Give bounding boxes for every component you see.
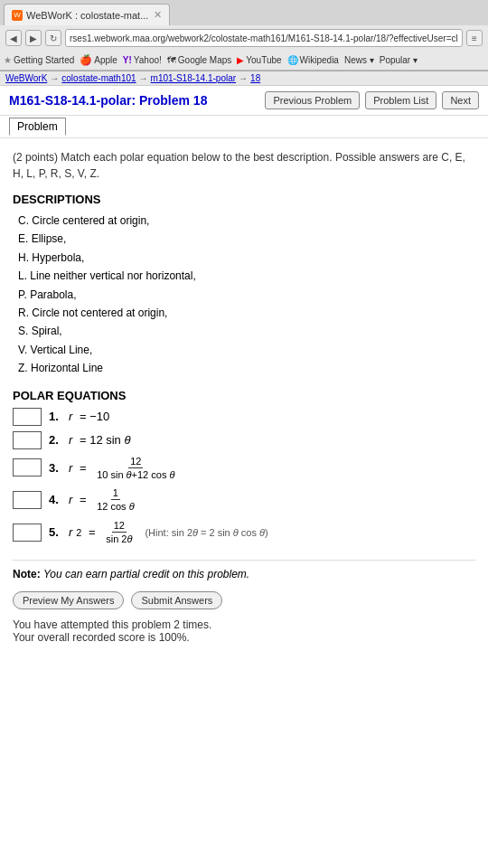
- bookmark-label: Google Maps: [178, 55, 231, 65]
- eq-content-4: r = 1 12 cos θ: [69, 486, 138, 514]
- bookmark-apple[interactable]: 🍎 Apple: [80, 54, 117, 66]
- description-list: C. Circle centered at origin, E. Ellipse…: [18, 212, 475, 378]
- problem-list-button[interactable]: Problem List: [365, 91, 436, 109]
- equation-row-5: 5. r2 = 12 sin 2θ (Hint: sin 2θ = 2 sin …: [13, 519, 475, 546]
- page-content: WeBWorK → colostate-math101 → m101-S18-1…: [0, 71, 488, 868]
- eq-number-3: 3.: [49, 461, 61, 475]
- browser-tab[interactable]: W WeBWorK : colostate-mat... ✕: [4, 4, 170, 25]
- bookmark-label: Yahoo!: [134, 55, 162, 65]
- breadcrumb-course[interactable]: colostate-math101: [61, 73, 136, 83]
- bookmark-youtube[interactable]: ▶ YouTube: [237, 55, 281, 65]
- attempt-text: You have attempted this problem 2 times.: [13, 618, 475, 631]
- bookmark-label: Wikipedia: [300, 55, 339, 65]
- browser-chrome: W WeBWorK : colostate-mat... ✕ ◀ ▶ ↻ rse…: [0, 0, 488, 71]
- answer-input-1[interactable]: [13, 408, 42, 426]
- list-item: P. Parabola,: [18, 286, 475, 304]
- hint-text-5: (Hint: sin 2θ = 2 sin θ cos θ): [145, 527, 267, 538]
- bookmark-yahoo[interactable]: Y! Yahoo!: [123, 55, 162, 65]
- list-item: Z. Horizontal Line: [18, 359, 475, 377]
- eq-content-3: r = 12 10 sin θ+12 cos θ: [69, 455, 178, 482]
- list-item: H. Hyperbola,: [18, 249, 475, 267]
- problem-points-text: (2 points) Match each polar equation bel…: [13, 149, 475, 182]
- list-item: R. Circle not centered at origin,: [18, 304, 475, 322]
- tab-row: Problem: [0, 116, 488, 138]
- polar-label: POLAR EQUATIONS: [13, 389, 475, 402]
- answer-input-4[interactable]: [13, 491, 42, 509]
- page-header: M161-S18-14.1-polar: Problem 18 Previous…: [0, 86, 488, 116]
- list-item: S. Spiral,: [18, 322, 475, 340]
- breadcrumb-bar: WeBWorK → colostate-math101 → m101-S18-1…: [0, 71, 488, 86]
- polar-equations: POLAR EQUATIONS 1. r = −10 2. r = 12 sin…: [13, 389, 475, 546]
- note-text: You can earn partial credit on this prob…: [43, 568, 249, 580]
- submit-button[interactable]: Submit Answers: [131, 591, 222, 609]
- bookmark-wikipedia[interactable]: 🌐 Wikipedia: [287, 55, 339, 65]
- preview-button[interactable]: Preview My Answers: [13, 591, 124, 609]
- answer-input-2[interactable]: [13, 431, 42, 449]
- equation-row-1: 1. r = −10: [13, 408, 475, 426]
- note-section: Note: You can earn partial credit on thi…: [13, 560, 475, 580]
- list-item: V. Vertical Line,: [18, 341, 475, 359]
- bookmark-popular[interactable]: Popular ▾: [380, 55, 418, 65]
- address-bar[interactable]: rses1.webwork.maa.org/webwork2/colostate…: [65, 29, 463, 47]
- problem-tab[interactable]: Problem: [9, 118, 66, 136]
- attempt-info: You have attempted this problem 2 times.…: [13, 618, 475, 644]
- fraction-3: 12 10 sin θ+12 cos θ: [95, 455, 176, 482]
- fraction-4: 1 12 cos θ: [95, 486, 136, 514]
- list-item: L. Line neither vertical nor horizontal,: [18, 267, 475, 285]
- list-item: C. Circle centered at origin,: [18, 212, 475, 230]
- bookmark-news[interactable]: News ▾: [344, 55, 374, 65]
- bookmarks-bar: ★ Getting Started 🍎 Apple Y! Yahoo! 🗺 Go…: [0, 51, 488, 71]
- address-bar-row: ◀ ▶ ↻ rses1.webwork.maa.org/webwork2/col…: [0, 25, 488, 51]
- bookmark-label: News ▾: [344, 55, 374, 65]
- problem-title: M161-S18-14.1-polar: Problem 18: [9, 93, 259, 108]
- tab-bar: W WeBWorK : colostate-mat... ✕: [0, 0, 488, 25]
- eq-content-1: r = −10: [69, 410, 109, 423]
- descriptions-label: DESCRIPTIONS: [13, 193, 475, 206]
- bookmark-label: Apple: [94, 55, 117, 65]
- equation-row-3: 3. r = 12 10 sin θ+12 cos θ: [13, 455, 475, 482]
- forward-button[interactable]: ▶: [25, 30, 42, 46]
- problem-body: (2 points) Match each polar equation bel…: [0, 138, 488, 655]
- eq-number-2: 2.: [49, 433, 61, 447]
- eq-number-1: 1.: [49, 410, 61, 423]
- answer-input-5[interactable]: [13, 524, 42, 542]
- tab-label: WeBWorK : colostate-mat...: [26, 10, 148, 21]
- note-label: Note:: [13, 568, 41, 580]
- bookmark-getting-started[interactable]: ★ Getting Started: [4, 55, 74, 65]
- breadcrumb-section[interactable]: m101-S18-14.1-polar: [151, 73, 237, 83]
- bookmark-label: Popular ▾: [380, 55, 418, 65]
- bookmark-label: Getting Started: [14, 55, 74, 65]
- fraction-5: 12 sin 2θ: [104, 519, 134, 546]
- eq-number-5: 5.: [49, 525, 61, 539]
- answer-input-3[interactable]: [13, 458, 42, 476]
- eq-content-2: r = 12 sin θ: [69, 433, 131, 447]
- equation-row-2: 2. r = 12 sin θ: [13, 431, 475, 449]
- equation-row-4: 4. r = 1 12 cos θ: [13, 486, 475, 514]
- address-text: rses1.webwork.maa.org/webwork2/colostate…: [70, 33, 458, 43]
- refresh-button[interactable]: ↻: [45, 30, 61, 46]
- back-button[interactable]: ◀: [5, 30, 22, 46]
- breadcrumb-problem[interactable]: 18: [250, 73, 260, 83]
- next-button[interactable]: Next: [442, 91, 479, 109]
- eq-content-5: r2 = 12 sin 2θ (Hint: sin 2θ = 2 sin θ c…: [69, 519, 268, 546]
- bookmark-google-maps[interactable]: 🗺 Google Maps: [167, 55, 231, 65]
- eq-number-4: 4.: [49, 493, 61, 506]
- tab-favicon: W: [12, 10, 23, 21]
- action-row: Preview My Answers Submit Answers: [13, 591, 475, 609]
- previous-problem-button[interactable]: Previous Problem: [265, 91, 360, 109]
- bookmark-label: YouTube: [246, 55, 281, 65]
- score-text: Your overall recorded score is 100%.: [13, 631, 475, 644]
- list-item: E. Ellipse,: [18, 230, 475, 248]
- tab-close[interactable]: ✕: [154, 9, 162, 21]
- menu-button[interactable]: ≡: [466, 30, 483, 46]
- breadcrumb-webwork[interactable]: WeBWorK: [5, 73, 47, 83]
